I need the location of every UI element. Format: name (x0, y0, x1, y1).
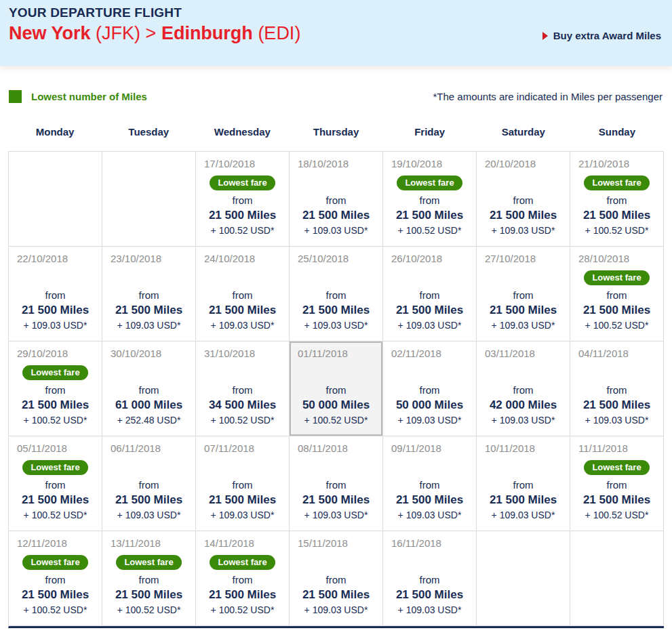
calendar-day-cell[interactable]: 02/11/2018from50 000 Miles+ 109.03 USD* (383, 342, 477, 436)
day-headers: Monday Tuesday Wednesday Thursday Friday… (8, 126, 664, 151)
calendar-day-cell-selected[interactable]: 01/11/2018from50 000 Miles+ 100.52 USD* (290, 342, 383, 436)
badge-row (292, 267, 380, 288)
calendar-day-cell[interactable]: 30/10/2018from61 000 Miles+ 252.48 USD* (102, 342, 196, 436)
cell-taxes-value: + 109.03 USD* (292, 225, 380, 238)
calendar-day-cell[interactable]: 15/11/2018from21 500 Miles+ 109.03 USD* (290, 531, 383, 626)
calendar-day-cell[interactable]: 05/11/2018Lowest farefrom21 500 Miles+ 1… (9, 436, 102, 531)
cell-miles-value: 21 500 Miles (12, 493, 99, 509)
destination-code: (EDI) (258, 23, 300, 43)
calendar-day-cell[interactable]: 10/11/2018from21 500 Miles+ 109.03 USD* (477, 436, 570, 531)
calendar-day-cell[interactable]: 12/11/2018Lowest farefrom21 500 Miles+ 1… (9, 531, 102, 626)
cell-miles-value: 21 500 Miles (386, 588, 473, 604)
buy-extra-award-miles-link[interactable]: Buy extra Award Miles (542, 30, 661, 41)
day-header-saturday: Saturday (477, 126, 570, 151)
lowest-fare-badge: Lowest fare (210, 555, 275, 570)
cell-date: 12/11/2018 (12, 537, 99, 552)
calendar-day-cell[interactable]: 20/10/2018from21 500 Miles+ 109.03 USD* (477, 152, 570, 247)
calendar-day-cell[interactable]: 11/11/2018Lowest farefrom21 500 Miles+ 1… (570, 436, 664, 531)
calendar-day-cell[interactable]: 09/11/2018from21 500 Miles+ 109.03 USD* (383, 436, 477, 531)
cell-from-label: from (573, 479, 660, 493)
cell-date: 05/11/2018 (12, 442, 99, 457)
calendar-day-cell[interactable]: 17/10/2018Lowest farefrom21 500 Miles+ 1… (196, 152, 290, 247)
calendar-day-cell[interactable]: 14/11/2018Lowest farefrom21 500 Miles+ 1… (196, 531, 290, 626)
calendar-day-cell[interactable]: 04/11/2018from21 500 Miles+ 109.03 USD* (570, 342, 664, 436)
cell-date: 22/10/2018 (12, 253, 99, 267)
cell-taxes-value: + 109.03 USD* (386, 320, 473, 333)
cell-taxes-value: + 100.52 USD* (573, 510, 660, 522)
cell-miles-value: 21 500 Miles (479, 304, 567, 319)
cell-taxes-value: + 109.03 USD* (292, 320, 380, 333)
cell-miles-value: 21 500 Miles (573, 398, 660, 414)
cell-from-label: from (573, 289, 660, 304)
cell-from-label: from (199, 479, 286, 493)
calendar-day-cell[interactable]: 16/11/2018from21 500 Miles+ 109.03 USD* (383, 531, 477, 626)
badge-row (386, 362, 473, 383)
cell-from-label: from (12, 574, 99, 588)
cell-taxes-value: + 100.52 USD* (199, 415, 286, 428)
cell-date: 28/10/2018 (573, 253, 660, 267)
calendar-day-cell[interactable]: 24/10/2018from21 500 Miles+ 109.03 USD* (196, 247, 290, 342)
calendar-day-cell[interactable]: 22/10/2018from21 500 Miles+ 109.03 USD* (9, 247, 102, 342)
calendar-day-cell[interactable]: 03/11/2018from42 000 Miles+ 109.03 USD* (477, 342, 570, 436)
cell-date: 27/10/2018 (479, 253, 567, 267)
calendar-empty-cell (570, 531, 664, 626)
cell-miles-value: 21 500 Miles (292, 304, 380, 319)
badge-row (292, 172, 380, 193)
lowest-fare-badge: Lowest fare (22, 365, 87, 380)
calendar-day-cell[interactable]: 31/10/2018from34 500 Miles+ 100.52 USD* (196, 342, 290, 436)
calendar-day-cell[interactable]: 23/10/2018from21 500 Miles+ 109.03 USD* (102, 247, 196, 342)
cell-taxes-value: + 100.52 USD* (386, 225, 473, 238)
cell-from-label: from (105, 574, 193, 588)
calendar-day-cell[interactable]: 28/10/2018Lowest farefrom21 500 Miles+ 1… (570, 247, 664, 342)
cell-miles-value: 34 500 Miles (199, 398, 286, 414)
lowest-fare-badge: Lowest fare (584, 460, 649, 475)
calendar-day-cell[interactable]: 29/10/2018Lowest farefrom21 500 Miles+ 1… (9, 342, 102, 436)
cell-from-label: from (386, 574, 473, 588)
calendar-day-cell[interactable]: 06/11/2018from21 500 Miles+ 109.03 USD* (102, 436, 196, 531)
cell-taxes-value: + 100.52 USD* (199, 604, 286, 617)
cell-taxes-value: + 109.03 USD* (199, 510, 286, 522)
cell-miles-value: 21 500 Miles (292, 493, 380, 509)
cell-from-label: from (573, 384, 660, 398)
badge-row (292, 552, 380, 573)
calendar-day-cell[interactable]: 18/10/2018from21 500 Miles+ 109.03 USD* (290, 152, 383, 247)
lowest-fare-badge: Lowest fare (210, 176, 275, 190)
cell-from-label: from (386, 194, 473, 209)
cell-miles-value: 21 500 Miles (292, 209, 380, 224)
calendar-day-cell[interactable]: 26/10/2018from21 500 Miles+ 109.03 USD* (383, 247, 477, 342)
cell-miles-value: 21 500 Miles (573, 493, 660, 509)
legend-label: Lowest number of Miles (31, 91, 147, 102)
cell-from-label: from (479, 479, 567, 493)
badge-row (479, 457, 567, 478)
badge-row (386, 457, 473, 478)
cell-date: 19/10/2018 (386, 158, 473, 172)
badge-row: Lowest fare (12, 552, 99, 573)
badge-row (199, 267, 286, 288)
calendar-day-cell[interactable]: 25/10/2018from21 500 Miles+ 109.03 USD* (290, 247, 383, 342)
cell-from-label: from (105, 289, 193, 304)
calendar-empty-cell (9, 152, 102, 247)
day-header-wednesday: Wednesday (195, 126, 289, 151)
calendar-day-cell[interactable]: 07/11/2018from21 500 Miles+ 109.03 USD* (196, 436, 290, 531)
day-header-tuesday: Tuesday (102, 126, 195, 151)
badge-row: Lowest fare (199, 552, 286, 573)
cell-taxes-value: + 109.03 USD* (479, 225, 567, 238)
calendar-day-cell[interactable]: 27/10/2018from21 500 Miles+ 109.03 USD* (477, 247, 570, 342)
calendar-day-cell[interactable]: 19/10/2018Lowest farefrom21 500 Miles+ 1… (383, 152, 477, 247)
cell-taxes-value: + 109.03 USD* (199, 320, 286, 333)
calendar-day-cell[interactable]: 08/11/2018from21 500 Miles+ 109.03 USD* (290, 436, 383, 531)
cell-miles-value: 61 000 Miles (105, 398, 193, 414)
calendar-day-cell[interactable]: 13/11/2018Lowest farefrom21 500 Miles+ 1… (102, 531, 196, 626)
cell-from-label: from (479, 194, 567, 209)
cell-date: 04/11/2018 (573, 348, 660, 362)
cell-taxes-value: + 109.03 USD* (292, 510, 380, 522)
cell-miles-value: 21 500 Miles (479, 493, 567, 509)
cell-from-label: from (386, 479, 473, 493)
cell-from-label: from (292, 384, 380, 398)
calendar-day-cell[interactable]: 21/10/2018Lowest farefrom21 500 Miles+ 1… (570, 152, 664, 247)
buy-miles-label: Buy extra Award Miles (553, 30, 661, 41)
day-header-monday: Monday (8, 126, 102, 151)
cell-from-label: from (292, 479, 380, 493)
cell-taxes-value: + 109.03 USD* (479, 415, 567, 428)
page-title: YOUR DEPARTURE FLIGHT (9, 5, 661, 20)
